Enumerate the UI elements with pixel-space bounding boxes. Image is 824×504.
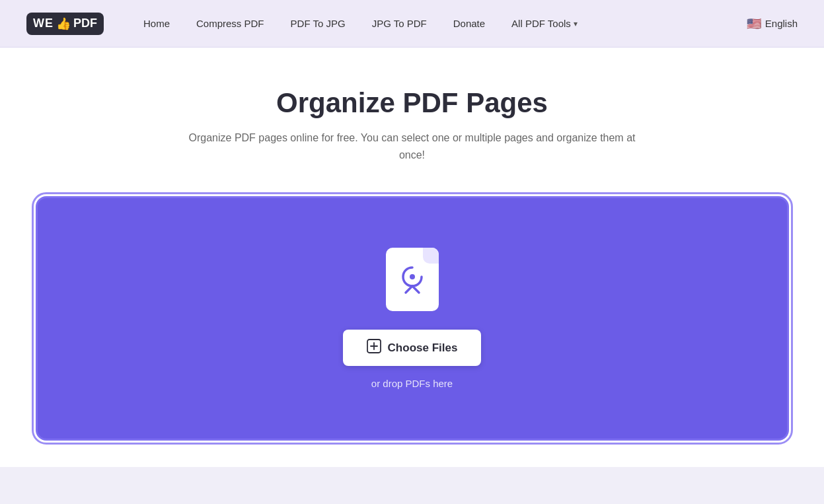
acrobat-svg-icon [396, 262, 428, 297]
language-label: English [765, 18, 798, 29]
file-plus-icon [367, 339, 381, 357]
page-bottom [0, 467, 824, 504]
nav-link-compress-pdf[interactable]: Compress PDF [196, 18, 264, 29]
pdf-file-icon [386, 248, 439, 311]
nav-link-pdf-to-jpg[interactable]: PDF To JPG [291, 18, 346, 29]
drop-hint-text: or drop PDFs here [371, 378, 453, 389]
drop-zone[interactable]: Choose Files or drop PDFs here [36, 196, 789, 441]
nav-link-jpg-to-pdf[interactable]: JPG To PDF [372, 18, 427, 29]
svg-point-0 [410, 274, 415, 279]
pdf-icon-container [386, 248, 439, 311]
page-subtitle: Organize PDF pages online for free. You … [181, 129, 644, 163]
flag-icon: 🇺🇸 [747, 17, 761, 31]
logo-we-text: WE [33, 17, 54, 30]
page-title: Organize PDF Pages [276, 87, 548, 119]
logo[interactable]: WE 👍 PDF [26, 13, 104, 35]
nav-link-home[interactable]: Home [143, 18, 170, 29]
nav-link-donate[interactable]: Donate [453, 18, 485, 29]
chevron-down-icon: ▾ [574, 19, 578, 28]
choose-files-button[interactable]: Choose Files [343, 330, 482, 366]
nav-all-tools-label: All PDF Tools [511, 18, 571, 29]
navbar: WE 👍 PDF Home Compress PDF PDF To JPG JP… [0, 0, 824, 48]
language-selector[interactable]: 🇺🇸 English [747, 17, 798, 31]
logo-pdf-text: PDF [73, 17, 97, 30]
nav-all-tools-dropdown[interactable]: All PDF Tools ▾ [511, 18, 578, 29]
choose-files-label: Choose Files [388, 342, 458, 355]
logo-thumb-icon: 👍 [56, 17, 71, 31]
main-content: Organize PDF Pages Organize PDF pages on… [0, 48, 824, 467]
nav-links: Home Compress PDF PDF To JPG JPG To PDF … [143, 18, 747, 29]
